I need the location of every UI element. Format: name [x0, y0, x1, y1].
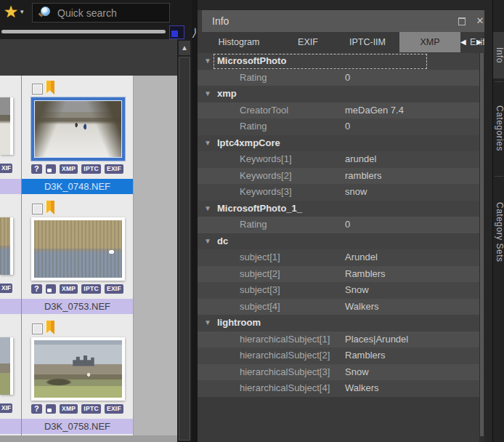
scrollbar-thumb[interactable]	[179, 57, 190, 441]
collapse-triangle-icon[interactable]: ▼	[204, 201, 211, 217]
label-badge-icon	[46, 284, 56, 294]
tab-scroll-left-icon[interactable]: ◀	[460, 38, 466, 47]
tree-item-row[interactable]: subject[4] Walkers	[198, 299, 479, 316]
tree-item-row[interactable]: Rating 0	[198, 70, 479, 87]
exif-badge-fragment: XIF	[0, 284, 12, 293]
tree-group-row[interactable]: ▼ Iptc4xmpCore	[198, 135, 479, 152]
search-icon	[38, 7, 50, 18]
label-badge-icon	[46, 404, 56, 414]
collapse-triangle-icon[interactable]: ▼	[204, 135, 211, 152]
tree-group-row[interactable]: ▼ MicrosoftPhoto	[198, 53, 479, 70]
tab-histogram[interactable]: Histogram	[198, 32, 280, 52]
thumbnail-image[interactable]	[31, 217, 125, 281]
quick-search-box[interactable]	[32, 3, 170, 23]
panel-scrollbar-thumb[interactable]	[480, 53, 484, 436]
close-panel-button[interactable]: ✕	[475, 15, 485, 27]
tree-item-row[interactable]: CreatorTool meDaGen 7.4	[198, 103, 479, 119]
unknown-badge: ?	[31, 284, 42, 294]
exif-badge: EXIF	[105, 404, 123, 414]
exif-badge: EXIF	[105, 284, 123, 294]
iptc-badge: IPTC	[81, 404, 101, 414]
filename-bar[interactable]: D3K_0748.NEF	[22, 179, 133, 194]
bookmark-flag-icon[interactable]	[45, 81, 54, 95]
tree-item-row[interactable]: subject[1] Arundel	[198, 249, 479, 266]
xmp-metadata-tree: ▼ MicrosoftPhoto Rating 0 ▼ xmp CreatorT…	[198, 53, 479, 397]
tree-item-row[interactable]: subject[3] Snow	[198, 282, 479, 299]
select-checkbox[interactable]	[32, 204, 43, 214]
top-toolbar: ★ ▾	[0, 0, 192, 25]
partial-thumbnail-cell[interactable]: XIF	[0, 76, 22, 196]
metadata-badges: ? XMP IPTC EXIF	[22, 403, 133, 414]
partial-thumbnail-image[interactable]	[0, 337, 13, 395]
collapse-triangle-icon[interactable]: ▼	[204, 53, 211, 70]
tree-group-row[interactable]: ▼ dc	[198, 233, 479, 250]
partial-thumbnail-cell[interactable]: XIF	[0, 196, 22, 316]
metadata-badges: ? XMP IPTC EXIF	[22, 163, 133, 174]
side-tab-strip: Info Categories Category Sets	[492, 0, 504, 442]
float-panel-button[interactable]	[458, 17, 466, 25]
tree-item-row[interactable]: hierarchicalSubject[4] Walkers	[198, 380, 479, 397]
thumbnail-browser: XIF ? XMP IPTC EXIF D3K_0748.NEF	[0, 39, 177, 442]
tree-item-row[interactable]: Keywords[3] snow	[198, 184, 479, 201]
thumbnail-size-slider[interactable]	[1, 30, 166, 33]
side-tab-category-sets[interactable]: Category Sets	[493, 179, 504, 285]
thumbnail-image[interactable]	[31, 337, 125, 401]
collapse-triangle-icon[interactable]: ▼	[204, 233, 211, 250]
tree-group-row[interactable]: ▼ MicrosoftPhoto_1_	[198, 201, 479, 217]
tree-item-row[interactable]: hierarchicalSubject[1] Places|Arundel	[198, 332, 479, 348]
exif-badge: EXIF	[105, 164, 123, 174]
tree-item-row[interactable]: hierarchicalSubject[3] Snow	[198, 364, 479, 381]
tab-exif[interactable]: EXIF	[280, 32, 336, 52]
xmp-badge: XMP	[60, 404, 78, 414]
filename-bar[interactable]: D3K_0758.NEF	[22, 419, 133, 434]
tree-item-row[interactable]: hierarchicalSubject[2] Ramblers	[198, 347, 479, 364]
thumbnail-cell[interactable]: ? XMP IPTC EXIF D3K_0753.NEF	[22, 196, 134, 316]
thumbnail-size-icon[interactable]	[169, 25, 184, 39]
side-tab-info[interactable]: Info	[493, 32, 504, 79]
search-input[interactable]	[56, 4, 168, 22]
favorites-star-icon[interactable]: ★	[1, 1, 20, 22]
collapse-triangle-icon[interactable]: ▼	[204, 315, 211, 332]
partial-filename-bar[interactable]	[0, 179, 21, 194]
unknown-badge: ?	[31, 164, 42, 174]
browser-scrollbar[interactable]: ▲	[177, 39, 192, 442]
panel-scrollbar[interactable]	[479, 53, 484, 442]
info-panel: Info ✕ Histogram EXIF IPTC-IIM XMP Exif …	[198, 0, 492, 442]
side-tab-categories[interactable]: Categories	[493, 84, 504, 173]
tree-group-row[interactable]: ▼ lightroom	[198, 315, 479, 332]
scroll-up-icon[interactable]: ▲	[179, 41, 190, 55]
collapse-triangle-icon[interactable]: ▼	[204, 86, 211, 103]
thumbnail-cell[interactable]: ? XMP IPTC EXIF D3K_0748.NEF	[22, 76, 134, 196]
iptc-badge: IPTC	[81, 164, 101, 174]
favorites-dropdown-icon[interactable]: ▾	[20, 7, 29, 17]
panel-top-strip	[198, 0, 492, 10]
partial-filename-bar[interactable]	[0, 419, 21, 434]
tree-item-row[interactable]: Rating 0	[198, 118, 479, 135]
tree-item-row[interactable]: Keywords[1] arundel	[198, 151, 479, 168]
select-checkbox[interactable]	[32, 324, 43, 334]
exif-badge-fragment: XIF	[0, 403, 12, 413]
grid-row: XIF ? XMP IPTC EXIF D3K_0758.NEF	[0, 316, 177, 435]
bookmark-flag-icon[interactable]	[45, 201, 54, 214]
tree-item-row[interactable]: Rating 0	[198, 217, 479, 233]
tree-item-row[interactable]: Keywords[2] ramblers	[198, 168, 479, 185]
thumbnail-cell[interactable]: ? XMP IPTC EXIF D3K_0758.NEF	[22, 316, 134, 435]
tab-scroll-right-icon[interactable]: ▶	[476, 38, 482, 47]
partial-thumbnail-image[interactable]	[0, 217, 13, 275]
bookmark-flag-icon[interactable]	[45, 321, 54, 334]
tab-xmp[interactable]: XMP	[399, 32, 460, 52]
splitter-chevron-icon[interactable]: ⟩	[192, 26, 196, 39]
partial-filename-bar[interactable]	[0, 299, 21, 314]
tree-item-row[interactable]: subject[2] Ramblers	[198, 266, 479, 283]
filename-bar[interactable]: D3K_0753.NEF	[22, 299, 133, 314]
thumbnail-image[interactable]	[31, 97, 125, 161]
partial-thumbnail-cell[interactable]: XIF	[0, 316, 22, 435]
panel-splitter[interactable]: ⟩	[192, 0, 198, 442]
panel-title-bar[interactable]: Info ✕	[202, 10, 488, 32]
tab-iptc-iim[interactable]: IPTC-IIM	[336, 32, 399, 52]
partial-thumbnail-image[interactable]	[0, 97, 13, 155]
select-checkbox[interactable]	[32, 84, 43, 95]
tree-group-row[interactable]: ▼ xmp	[198, 86, 479, 103]
unknown-badge: ?	[31, 404, 42, 414]
browser-top-band	[0, 39, 177, 76]
